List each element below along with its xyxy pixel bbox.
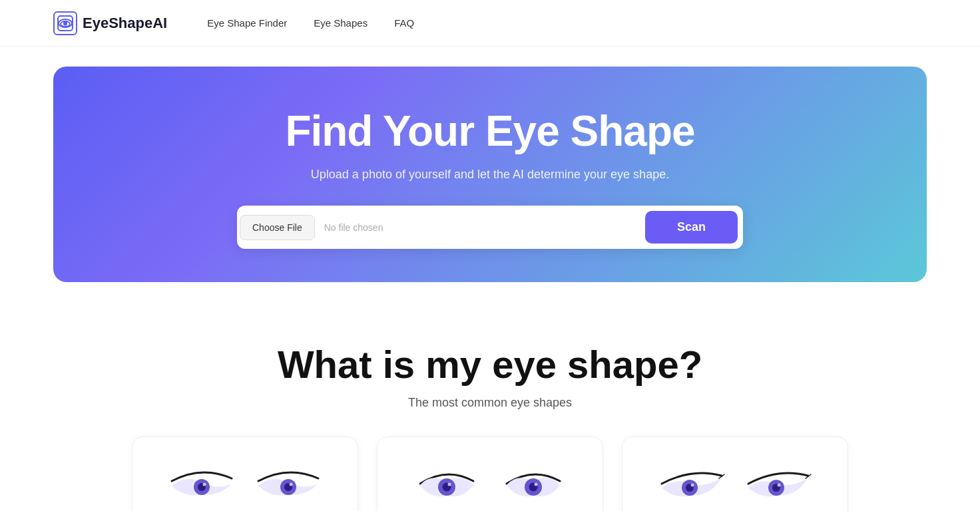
eye-shape-cards: Almond (53, 436, 927, 511)
svg-point-5 (203, 482, 206, 486)
logo-icon (53, 11, 77, 35)
svg-point-2 (64, 22, 67, 25)
card-round: Round (377, 436, 603, 511)
hero-section: Find Your Eye Shape Upload a photo of yo… (53, 67, 927, 282)
logo[interactable]: EyeShapeAI (53, 11, 167, 35)
nav-faq[interactable]: FAQ (394, 17, 414, 29)
section-subtitle: The most common eye shapes (53, 396, 927, 410)
almond-eyes-illustration (165, 457, 325, 510)
card-almond: Almond (132, 436, 358, 511)
navbar: EyeShapeAI Eye Shape Finder Eye Shapes F… (0, 0, 980, 47)
almond-eye-right (252, 462, 325, 506)
upturned-eyes-illustration (655, 457, 815, 510)
nav-links: Eye Shape Finder Eye Shapes FAQ (207, 17, 414, 29)
logo-text: EyeShapeAI (83, 15, 167, 32)
hero-title: Find Your Eye Shape (285, 106, 694, 156)
upturned-eye-left (655, 462, 728, 506)
svg-point-11 (448, 482, 451, 486)
nav-eye-shape-finder[interactable]: Eye Shape Finder (207, 17, 287, 29)
logo-svg (57, 15, 73, 31)
nav-eye-shapes[interactable]: Eye Shapes (314, 17, 368, 29)
file-name-display: No file chosen (315, 216, 645, 240)
card-upturned: Upturned (622, 436, 848, 511)
eye-shapes-section: What is my eye shape? The most common ey… (0, 302, 980, 511)
hero-subtitle: Upload a photo of yourself and let the A… (311, 168, 669, 182)
upload-area: Choose File No file chosen Scan (237, 206, 743, 249)
svg-rect-0 (58, 16, 73, 31)
svg-point-20 (778, 483, 781, 486)
upturned-eye-right (742, 462, 815, 506)
choose-file-button[interactable]: Choose File (240, 215, 315, 240)
scan-button[interactable]: Scan (645, 211, 738, 244)
svg-point-8 (290, 482, 293, 486)
section-title: What is my eye shape? (53, 342, 927, 387)
svg-point-14 (535, 482, 538, 486)
svg-point-1 (61, 21, 70, 27)
almond-eye-left (165, 462, 238, 506)
round-eye-left (410, 462, 483, 506)
round-eye-right (497, 462, 570, 506)
svg-point-17 (691, 483, 694, 486)
round-eyes-illustration (410, 457, 570, 510)
